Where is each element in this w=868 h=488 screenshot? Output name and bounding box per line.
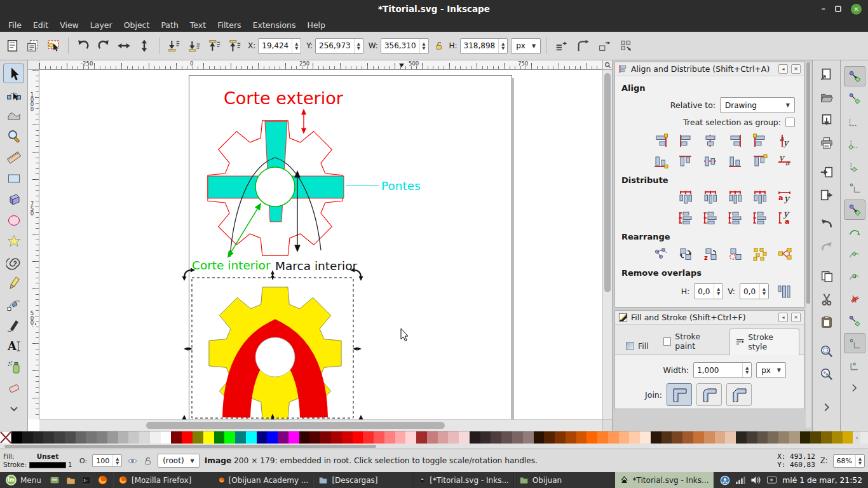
palette-swatch[interactable] — [288, 431, 299, 444]
palette-no-color[interactable] — [0, 431, 11, 444]
menu-button[interactable]: lm Menu — [0, 472, 47, 488]
palette-swatch[interactable] — [736, 431, 747, 444]
menu-path[interactable]: Path — [155, 18, 184, 32]
panel-float-button[interactable]: ◂ — [778, 313, 788, 322]
tool-pen[interactable] — [3, 294, 24, 314]
affect-gradients-button[interactable] — [595, 36, 614, 55]
palette-swatch[interactable] — [789, 431, 800, 444]
snap-bbox-edges-button[interactable] — [844, 111, 865, 131]
tool-spray[interactable] — [3, 357, 24, 377]
distribute-left-edges-button[interactable] — [674, 188, 697, 207]
relative-to-combo[interactable]: Drawing▼ — [720, 97, 795, 113]
snap-bbox-corners-button[interactable] — [844, 133, 865, 153]
opacity-field[interactable]: 100▲▼ — [92, 454, 122, 467]
panel-close-button[interactable]: ✕ — [791, 313, 801, 322]
align-top-edges-button[interactable] — [674, 152, 697, 170]
palette-swatch[interactable] — [566, 431, 576, 444]
palette-swatch[interactable] — [353, 431, 363, 444]
y-field[interactable]: 256,973▲▼ — [315, 38, 363, 54]
align-right-to-anchor-button[interactable] — [649, 132, 672, 150]
palette-swatch[interactable] — [342, 431, 353, 444]
palette-swatch[interactable] — [832, 431, 843, 444]
display-icon[interactable] — [766, 476, 777, 485]
menu-text[interactable]: Text — [184, 18, 212, 32]
rotate-ccw-button[interactable] — [74, 36, 93, 55]
close-button[interactable]: ✕ — [851, 4, 862, 15]
palette-swatch[interactable] — [576, 431, 587, 444]
tool-eraser[interactable] — [3, 378, 24, 398]
palette-swatch[interactable] — [22, 431, 33, 444]
affect-stroke-width-button[interactable] — [552, 36, 571, 55]
palette-swatch[interactable] — [320, 431, 331, 444]
tool-calligraphy[interactable] — [3, 315, 24, 335]
update-shield-icon[interactable] — [720, 475, 730, 485]
snap-paths-button[interactable] — [844, 222, 865, 242]
affect-patterns-button[interactable] — [616, 36, 635, 55]
palette-swatch[interactable] — [470, 431, 480, 444]
tab-stroke-paint[interactable]: Stroke paint — [657, 328, 728, 355]
palette-swatch[interactable] — [512, 431, 523, 444]
distribute-centers-horizontal-button[interactable] — [698, 188, 722, 207]
palette-swatch[interactable] — [544, 431, 555, 444]
tool-measure[interactable] — [3, 147, 24, 167]
tool-box-3d[interactable] — [3, 189, 24, 209]
tool-more-tools[interactable] — [3, 399, 24, 419]
palette-swatch[interactable] — [416, 431, 427, 444]
snap-bounding-box-button[interactable] — [844, 88, 865, 109]
palette-swatch[interactable] — [257, 431, 268, 444]
select-all-button[interactable] — [3, 36, 22, 55]
palette-swatch[interactable] — [331, 431, 342, 444]
palette-swatch[interactable] — [768, 431, 778, 444]
fill-stroke-panel-header[interactable]: Fill and Stroke (Shift+Ctrl+F) ◂ ✕ — [615, 311, 804, 325]
taskbar-window-button[interactable]: Obijuan — [514, 472, 614, 488]
print-document-button[interactable] — [816, 133, 837, 153]
affect-rounded-corners-button[interactable] — [573, 36, 592, 55]
rotate-cw-button[interactable] — [94, 36, 113, 55]
distribute-centers-vertical-button[interactable] — [698, 208, 722, 227]
distribute-bottom-edges-button[interactable] — [723, 208, 747, 227]
palette-swatch[interactable] — [640, 431, 651, 444]
align-top-to-anchor-button[interactable] — [748, 152, 771, 170]
x-field[interactable]: 19,424▲▼ — [258, 38, 301, 54]
panel-close-button[interactable]: ✕ — [791, 64, 801, 74]
network-signal-icon[interactable] — [735, 476, 745, 485]
minimize-button[interactable]: – — [822, 6, 826, 12]
palette-swatch[interactable] — [810, 431, 821, 444]
palette-swatch[interactable] — [778, 431, 789, 444]
unclump-button[interactable] — [773, 245, 796, 263]
layer-combo[interactable]: (root)▼ — [158, 454, 200, 468]
palette-swatch[interactable] — [65, 431, 76, 444]
palette-swatch[interactable] — [693, 431, 704, 444]
snap-others-button[interactable] — [844, 333, 865, 353]
h-field[interactable]: 318,898▲▼ — [460, 38, 508, 54]
palette-swatch[interactable] — [438, 431, 449, 444]
menu-filters[interactable]: Filters — [212, 18, 247, 32]
palette-swatch[interactable] — [171, 431, 182, 444]
distribute-top-edges-button[interactable] — [674, 208, 697, 227]
tool-text[interactable]: A — [3, 336, 24, 356]
palette-swatch[interactable] — [704, 431, 715, 444]
palette-swatch[interactable] — [747, 431, 757, 444]
volume-icon[interactable] — [750, 475, 761, 485]
palette-swatch[interactable] — [161, 431, 172, 444]
horizontal-ruler[interactable]: -2500250500750 — [39, 60, 602, 70]
vertical-ruler[interactable]: 1000750500 — [28, 70, 39, 419]
launcher-terminal[interactable]: $- — [79, 472, 95, 488]
panel-float-button[interactable]: ◂ — [778, 64, 788, 74]
palette-swatch[interactable] — [800, 431, 811, 444]
palette-swatch[interactable] — [427, 431, 438, 444]
join-miter-button[interactable] — [667, 383, 692, 406]
menu-extensions[interactable]: Extensions — [247, 18, 302, 32]
palette-swatch[interactable] — [33, 431, 44, 444]
snap-path-intersections-button[interactable] — [844, 244, 865, 264]
maximize-button[interactable] — [835, 6, 841, 12]
import-image-button[interactable] — [816, 162, 837, 182]
stroke-color-swatch[interactable] — [29, 462, 66, 468]
snap-page-border-button[interactable] — [844, 355, 865, 376]
zoom-to-drawing-button[interactable] — [816, 364, 837, 384]
zoom-to-selection-button[interactable] — [816, 341, 837, 362]
palette-swatch[interactable] — [299, 431, 310, 444]
horizontal-scrollbar[interactable] — [39, 419, 602, 431]
exchange-positions-button[interactable] — [674, 245, 697, 263]
palette-swatch[interactable] — [107, 431, 118, 444]
